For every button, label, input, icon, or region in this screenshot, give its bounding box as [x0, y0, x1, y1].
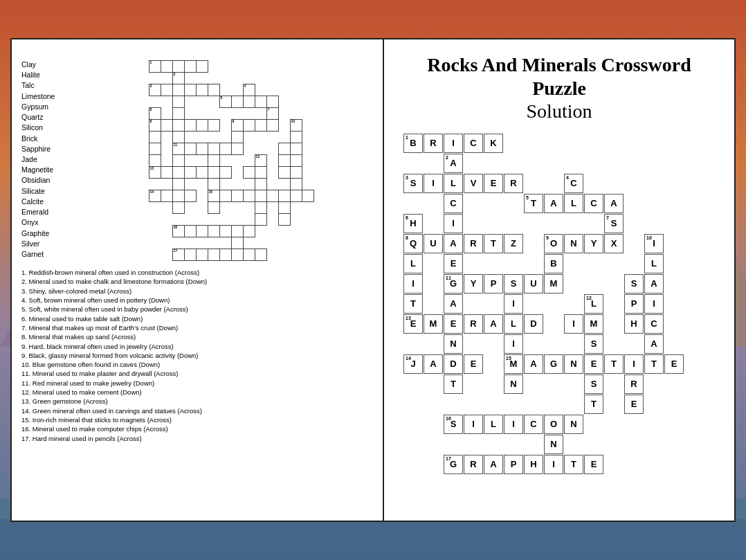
puzzle-cell[interactable] [266, 143, 278, 155]
puzzle-cell[interactable] [231, 202, 243, 214]
puzzle-cell[interactable]: 17 [172, 249, 184, 261]
puzzle-cell[interactable] [196, 179, 208, 190]
puzzle-cell[interactable] [278, 143, 290, 155]
puzzle-cell[interactable] [266, 132, 278, 143]
puzzle-cell[interactable] [231, 226, 243, 237]
puzzle-cell[interactable] [172, 132, 184, 143]
puzzle-cell[interactable] [184, 214, 196, 226]
puzzle-cell[interactable]: 10 [290, 120, 302, 132]
puzzle-cell[interactable] [231, 167, 243, 179]
puzzle-cell[interactable] [196, 132, 208, 143]
puzzle-cell[interactable] [290, 108, 302, 120]
puzzle-cell[interactable] [184, 167, 196, 179]
puzzle-cell[interactable] [243, 179, 255, 190]
puzzle-cell[interactable] [290, 84, 302, 96]
puzzle-cell[interactable] [208, 108, 219, 120]
puzzle-cell[interactable] [255, 226, 266, 237]
puzzle-cell[interactable] [278, 202, 290, 214]
puzzle-cell[interactable]: 11 [172, 143, 184, 155]
puzzle-cell[interactable] [302, 202, 313, 214]
puzzle-cell[interactable] [149, 226, 161, 237]
puzzle-cell[interactable] [255, 202, 266, 214]
puzzle-cell[interactable] [161, 249, 172, 261]
puzzle-cell[interactable] [219, 249, 231, 261]
puzzle-cell[interactable] [302, 96, 313, 108]
puzzle-cell[interactable] [243, 132, 255, 143]
puzzle-cell[interactable] [184, 61, 196, 73]
puzzle-cell[interactable] [255, 249, 266, 261]
puzzle-cell[interactable] [161, 132, 172, 143]
puzzle-cell[interactable] [149, 155, 161, 167]
puzzle-cell[interactable] [243, 226, 255, 237]
puzzle-cell[interactable] [208, 61, 219, 73]
puzzle-cell[interactable] [231, 108, 243, 120]
puzzle-cell[interactable] [184, 132, 196, 143]
puzzle-cell[interactable] [290, 226, 302, 237]
puzzle-cell[interactable] [184, 249, 196, 261]
puzzle-cell[interactable] [208, 96, 219, 108]
puzzle-cell[interactable]: 5 [219, 96, 231, 108]
puzzle-cell[interactable] [184, 143, 196, 155]
puzzle-cell[interactable] [243, 96, 255, 108]
puzzle-cell[interactable] [255, 167, 266, 179]
puzzle-cell[interactable] [290, 167, 302, 179]
puzzle-cell[interactable]: 8 [149, 120, 161, 132]
puzzle-cell[interactable] [278, 179, 290, 190]
puzzle-cell[interactable] [172, 96, 184, 108]
puzzle-cell[interactable] [184, 202, 196, 214]
puzzle-cell[interactable] [161, 120, 172, 132]
puzzle-cell[interactable] [161, 190, 172, 202]
puzzle-cell[interactable] [208, 120, 219, 132]
puzzle-cell[interactable] [243, 202, 255, 214]
puzzle-cell[interactable] [208, 73, 219, 84]
puzzle-cell[interactable] [302, 190, 313, 202]
puzzle-cell[interactable] [184, 155, 196, 167]
puzzle-cell[interactable] [219, 61, 231, 73]
puzzle-cell[interactable] [302, 237, 313, 249]
puzzle-cell[interactable] [231, 132, 243, 143]
puzzle-cell[interactable] [302, 226, 313, 237]
puzzle-cell[interactable]: 14 [149, 190, 161, 202]
puzzle-cell[interactable] [290, 155, 302, 167]
puzzle-cell[interactable]: 4 [243, 84, 255, 96]
puzzle-cell[interactable] [231, 96, 243, 108]
puzzle-cell[interactable] [278, 237, 290, 249]
puzzle-cell[interactable] [243, 237, 255, 249]
puzzle-cell[interactable] [231, 249, 243, 261]
puzzle-cell[interactable] [302, 73, 313, 84]
puzzle-cell[interactable] [278, 214, 290, 226]
puzzle-cell[interactable] [266, 96, 278, 108]
puzzle-cell[interactable] [149, 73, 161, 84]
puzzle-cell[interactable] [255, 143, 266, 155]
puzzle-cell[interactable] [255, 214, 266, 226]
puzzle-cell[interactable] [278, 73, 290, 84]
puzzle-cell[interactable] [255, 237, 266, 249]
puzzle-cell[interactable] [172, 202, 184, 214]
puzzle-cell[interactable] [196, 202, 208, 214]
puzzle-cell[interactable] [231, 155, 243, 167]
puzzle-cell[interactable] [231, 190, 243, 202]
puzzle-cell[interactable] [231, 84, 243, 96]
puzzle-cell[interactable] [278, 132, 290, 143]
puzzle-cell[interactable] [219, 226, 231, 237]
puzzle-cell[interactable] [196, 226, 208, 237]
puzzle-cell[interactable] [219, 179, 231, 190]
puzzle-cell[interactable] [290, 190, 302, 202]
puzzle-cell[interactable] [172, 120, 184, 132]
puzzle-cell[interactable] [219, 202, 231, 214]
puzzle-cell[interactable]: 6 [149, 108, 161, 120]
puzzle-cell[interactable]: 3 [149, 84, 161, 96]
puzzle-cell[interactable] [278, 120, 290, 132]
puzzle-cell[interactable] [161, 96, 172, 108]
puzzle-cell[interactable] [208, 202, 219, 214]
puzzle-cell[interactable] [219, 73, 231, 84]
puzzle-cell[interactable] [184, 73, 196, 84]
puzzle-cell[interactable] [243, 214, 255, 226]
puzzle-cell[interactable] [208, 84, 219, 96]
puzzle-cell[interactable] [266, 202, 278, 214]
puzzle-cell[interactable] [161, 237, 172, 249]
puzzle-cell[interactable] [266, 226, 278, 237]
puzzle-cell[interactable] [149, 96, 161, 108]
puzzle-cell[interactable] [161, 84, 172, 96]
puzzle-cell[interactable] [208, 155, 219, 167]
